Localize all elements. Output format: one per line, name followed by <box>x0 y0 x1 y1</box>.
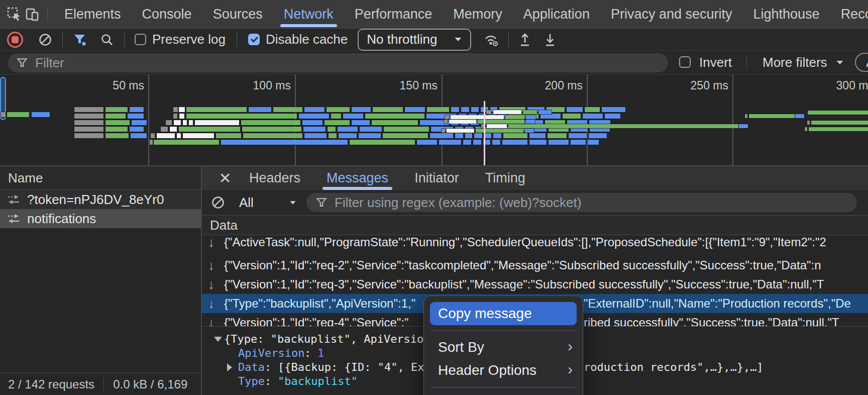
waterfall-bar <box>417 140 437 145</box>
waterfall-bar <box>304 133 327 138</box>
waterfall-bar <box>444 120 448 124</box>
tab-performance[interactable]: Performance <box>344 0 443 28</box>
import-har-icon[interactable] <box>518 32 532 47</box>
network-conditions-icon[interactable] <box>483 32 499 47</box>
close-details-button[interactable]: ✕ <box>214 169 236 187</box>
menu-item-header-options[interactable]: Header Options › <box>424 359 583 382</box>
waterfall-bar <box>329 133 337 138</box>
request-row-token[interactable]: ?token=nPJ6DV_8eYr0 <box>0 190 201 209</box>
tab-timing[interactable]: Timing <box>472 166 538 190</box>
tab-sources[interactable]: Sources <box>202 0 273 28</box>
tab-network[interactable]: Network <box>273 0 344 28</box>
tab-label: Lighthouse <box>753 7 820 22</box>
clear-messages-button[interactable] <box>211 195 225 210</box>
preserve-log-checkbox[interactable] <box>135 34 146 45</box>
tab-label: Memory <box>453 7 502 22</box>
waterfall-bar <box>32 112 50 117</box>
context-menu: Copy message Sort By › Header Options › <box>423 295 583 395</box>
waterfall-bar <box>442 129 445 133</box>
tab-console[interactable]: Console <box>132 0 202 28</box>
waterfall-bar <box>179 114 184 119</box>
waterfall-bar <box>150 140 153 145</box>
message-type-select[interactable]: All <box>239 195 254 211</box>
device-toolbar-icon[interactable] <box>23 5 41 23</box>
clear-network-log-button[interactable] <box>38 33 52 47</box>
waterfall-bar <box>447 129 474 133</box>
waterfall-bar <box>430 133 453 138</box>
menu-separator <box>431 387 576 387</box>
inspect-element-icon[interactable] <box>5 5 23 23</box>
tab-elements[interactable]: Elements <box>54 0 132 28</box>
tab-label: Sources <box>213 7 263 22</box>
requests-count: 2 / 142 requests <box>8 377 94 391</box>
menu-item-sort-by[interactable]: Sort By › <box>424 336 583 359</box>
tab-lighthouse[interactable]: Lighthouse <box>743 0 830 28</box>
waterfall-bar <box>249 107 271 112</box>
waterfall-bar <box>474 133 482 138</box>
tree-root-preview: {Type: "backuplist", ApiVersio <box>224 332 423 346</box>
waterfall-bar <box>471 107 479 112</box>
menu-item-label: Copy message <box>438 306 532 322</box>
tab-label: Console <box>142 7 192 22</box>
export-har-icon[interactable] <box>543 32 557 47</box>
message-filter-input[interactable]: Filter using regex (example: (web)?socke… <box>306 193 857 212</box>
tab-label: Application <box>523 7 590 22</box>
funnel-icon <box>16 57 28 69</box>
tab-application[interactable]: Application <box>513 0 600 28</box>
search-icon[interactable] <box>100 33 114 47</box>
tab-headers[interactable]: Headers <box>236 166 313 190</box>
waterfall-bar <box>526 120 535 124</box>
more-filters-button[interactable]: More filters <box>763 55 827 70</box>
waterfall-bar <box>807 121 810 125</box>
waterfall-bar <box>588 140 599 145</box>
waterfall-bar <box>739 124 748 128</box>
filter-toggle-icon[interactable] <box>73 33 87 47</box>
transferred-size: 0.0 kB / 6,169 <box>113 377 187 391</box>
waterfall-bar <box>179 107 185 112</box>
waterfall-bar <box>602 107 625 112</box>
message-row[interactable]: ↓ {"Version":1,"Id":"req-2","Service":"t… <box>202 256 868 275</box>
panel-divider[interactable] <box>201 166 202 395</box>
tab-label: Timing <box>485 170 525 186</box>
tab-recorder[interactable]: Recorder <box>830 0 868 28</box>
waterfall-bar <box>749 114 795 118</box>
tab-messages[interactable]: Messages <box>313 166 401 190</box>
waterfall-bar <box>161 127 168 132</box>
waterfall-bar <box>359 133 381 138</box>
disable-cache-checkbox[interactable] <box>248 34 260 45</box>
tab-memory[interactable]: Memory <box>443 0 513 28</box>
record-network-log-button[interactable] <box>7 32 23 48</box>
filter-input[interactable]: Filter <box>8 53 668 72</box>
data-column-header[interactable]: Data <box>202 215 868 235</box>
menu-item-copy-message[interactable]: Copy message <box>430 302 577 325</box>
tree-collapsed-icon[interactable] <box>227 363 232 371</box>
waterfall-bar <box>242 127 301 132</box>
details-tab-bar: ✕ Headers Messages Initiator Timing <box>202 166 868 190</box>
name-column-header[interactable]: Name <box>0 166 201 190</box>
message-text: {"Version":1,"Id":"req-2","Service":"tas… <box>224 256 821 275</box>
waterfall-bar <box>567 107 583 112</box>
request-row-notifications[interactable]: notifications <box>0 209 201 228</box>
websocket-icon <box>7 194 20 205</box>
time-label: 300 ms <box>836 79 868 92</box>
throttling-select[interactable]: No throttling <box>358 29 471 51</box>
websocket-icon <box>7 214 20 224</box>
request-type-all-pill[interactable]: All <box>855 53 868 72</box>
waterfall-overview[interactable]: 50 ms100 ms150 ms200 ms250 ms300 ms <box>0 75 868 166</box>
tab-privacy-and-security[interactable]: Privacy and security <box>600 0 743 28</box>
message-row[interactable]: ↓ {"Version":1,"Id":"req-3","Service":"b… <box>202 275 868 294</box>
waterfall-bar <box>303 127 325 132</box>
tab-initiator[interactable]: Initiator <box>401 166 472 190</box>
waterfall-bar <box>74 127 103 132</box>
throttling-value: No throttling <box>367 32 437 47</box>
waterfall-bar <box>360 127 382 132</box>
waterfall-bar <box>105 133 129 138</box>
tree-expanded-icon[interactable] <box>214 337 222 342</box>
invert-checkbox[interactable] <box>679 56 691 68</box>
tab-label: Initiator <box>414 170 459 186</box>
waterfall-bar <box>445 115 449 119</box>
message-row[interactable]: ↓ {"ActiveTask":null,"ProgramState":"Run… <box>202 233 868 252</box>
divider <box>237 32 237 47</box>
gridline <box>148 75 149 165</box>
waterfall-bar <box>526 115 536 119</box>
